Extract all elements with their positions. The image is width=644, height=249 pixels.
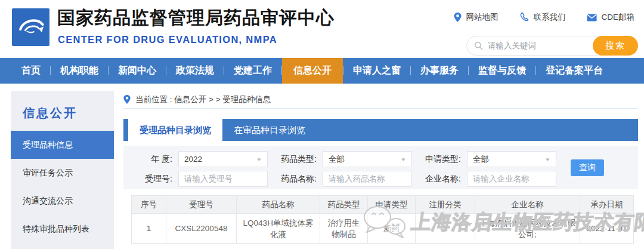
header-quick-links: 网站地图 联系我们 CDE邮箱 (454, 12, 634, 23)
col-header-acceptance-no: 受理号 (166, 196, 237, 214)
site-header: 国家药品监督管理局药品审评中心 CENTER FOR DRUG EVALUATI… (0, 0, 644, 58)
filter-row-1: 年 度: 2022 ▼ 药品类型: 全部 ▼ 申请类型: 全部 ▼ (123, 151, 638, 167)
year-select[interactable]: 2022 ▼ (178, 151, 268, 167)
cell-date: 2022-11-01 (580, 214, 634, 244)
nav-item-services[interactable]: 办事服务 (411, 58, 468, 84)
cell-seq: 1 (132, 214, 166, 244)
col-header-seq: 序号 (132, 196, 166, 214)
fish-swirl-icon (16, 12, 47, 43)
table-row: 1 CXSL2200548 LQ043H单域抗体雾化液 治疗用生物制品 新药 1… (132, 214, 634, 244)
cde-mail-link[interactable]: CDE邮箱 (587, 12, 634, 23)
sidebar-item-review-tasks[interactable]: 审评任务公示 (11, 159, 114, 187)
sidebar-item-communication[interactable]: 沟通交流公示 (11, 187, 114, 215)
phone-icon (519, 13, 529, 22)
drug-name-label: 药品名称: (268, 174, 323, 185)
cell-reg-class: 1 (416, 214, 475, 244)
sidebar-item-special-approval[interactable]: 特殊审批品种列表 (11, 215, 114, 243)
acceptance-no-label: 受理号: (123, 174, 178, 185)
tab-accepted-catalog[interactable]: 受理品种目录浏览 (128, 119, 222, 141)
col-header-drug-name: 药品名称 (237, 196, 320, 214)
nav-item-functions[interactable]: 机构职能 (51, 58, 108, 84)
sidebar-title: 信息公开 (11, 91, 114, 131)
contact-us-link[interactable]: 联系我们 (519, 12, 565, 23)
nav-item-registration-platform[interactable]: 登记备案平台 (536, 58, 612, 84)
nav-item-supervision-feedback[interactable]: 监督与反馈 (469, 58, 535, 84)
apply-type-label: 申请类型: (412, 154, 467, 165)
envelope-icon (587, 14, 597, 21)
query-button[interactable]: 查询 (571, 159, 604, 176)
nav-item-news[interactable]: 新闻中心 (109, 58, 166, 84)
tab-under-review-catalog[interactable]: 在审品种目录浏览 (222, 119, 317, 141)
site-title-english: CENTER FOR DRUG EVALUATION, NMPA (58, 34, 277, 45)
cde-mail-link-label: CDE邮箱 (601, 12, 634, 23)
nav-item-applicant-window[interactable]: 申请人之窗 (343, 58, 410, 84)
col-header-company: 企业名称 (475, 196, 580, 214)
tab-bar: 受理品种目录浏览 在审品种目录浏览 (123, 119, 638, 141)
search-icon (474, 41, 483, 50)
contact-us-link-label: 联系我们 (533, 12, 565, 23)
nav-item-info-disclosure[interactable]: 信息公开 (282, 58, 343, 84)
drug-type-label: 药品类型: (268, 154, 323, 165)
year-label: 年 度: (123, 154, 178, 165)
nav-item-home[interactable]: 首页 (12, 58, 50, 84)
content-area: 当前位置 : 信息公开 > > 受理品种信息 受理品种目录浏览 在审品种目录浏览… (123, 91, 638, 249)
main-nav: 首页 机构职能 新闻中心 政策法规 党建工作 信息公开 申请人之窗 办事服务 监… (0, 58, 644, 84)
company-name-label: 企业名称: (412, 174, 467, 185)
cell-drug-name: LQ043H单域抗体雾化液 (237, 214, 320, 244)
apply-type-select[interactable]: 全部 ▼ (467, 151, 556, 167)
drug-type-select[interactable]: 全部 ▼ (323, 151, 412, 167)
cell-apply-type: 新药 (368, 214, 416, 244)
site-title-chinese: 国家药品监督管理局药品审评中心 (57, 6, 335, 30)
cell-company: 上海洛启生物医药技术有限公司; (475, 214, 580, 244)
acceptance-no-input[interactable] (178, 171, 268, 187)
page: 国家药品监督管理局药品审评中心 CENTER FOR DRUG EVALUATI… (0, 0, 644, 249)
chevron-down-icon: ▼ (544, 156, 551, 162)
results-table-wrap: 序号 受理号 药品名称 药品类型 申请类型 注册分类 企业名称 承办日期 1 (131, 195, 638, 244)
col-header-date: 承办日期 (580, 196, 634, 214)
nav-item-policies[interactable]: 政策法规 (166, 58, 224, 84)
company-name-input[interactable] (467, 171, 556, 187)
drug-name-input[interactable] (323, 171, 412, 187)
search-button[interactable]: 搜索 (593, 36, 638, 56)
sitemap-link[interactable]: 网站地图 (454, 12, 498, 23)
sidebar: 信息公开 受理品种信息 审评任务公示 沟通交流公示 特殊审批品种列表 优先审评公… (11, 91, 114, 249)
table-header-row: 序号 受理号 药品名称 药品类型 申请类型 注册分类 企业名称 承办日期 (132, 196, 634, 214)
results-table: 序号 受理号 药品名称 药品类型 申请类型 注册分类 企业名称 承办日期 1 (131, 195, 634, 244)
filter-panel: 年 度: 2022 ▼ 药品类型: 全部 ▼ 申请类型: 全部 ▼ (123, 146, 638, 189)
year-select-value: 2022 (184, 155, 202, 164)
filter-row-2: 受理号: 药品名称: 企业名称: (123, 171, 638, 187)
breadcrumb: 当前位置 : 信息公开 > > 受理品种信息 (123, 91, 638, 109)
chevron-down-icon: ▼ (400, 156, 407, 162)
location-pin-icon (454, 13, 462, 22)
apply-type-select-value: 全部 (473, 154, 489, 165)
col-header-reg-class: 注册分类 (416, 196, 475, 214)
sidebar-item-accepted-varieties[interactable]: 受理品种信息 (11, 131, 114, 159)
sitemap-link-label: 网站地图 (466, 12, 498, 23)
cell-drug-type: 治疗用生物制品 (320, 214, 368, 244)
chevron-down-icon: ▼ (256, 156, 262, 162)
search-bar: 搜索 (466, 36, 638, 56)
location-pin-icon (123, 95, 131, 104)
breadcrumb-text: 当前位置 : 信息公开 > > 受理品种信息 (135, 94, 271, 105)
nav-item-party-building[interactable]: 党建工作 (224, 58, 281, 84)
col-header-apply-type: 申请类型 (368, 196, 416, 214)
cell-acceptance-no: CXSL2200548 (166, 214, 237, 244)
cde-logo (12, 8, 49, 46)
drug-type-select-value: 全部 (329, 154, 345, 165)
col-header-drug-type: 药品类型 (320, 196, 368, 214)
main-area: 信息公开 受理品种信息 审评任务公示 沟通交流公示 特殊审批品种列表 优先审评公… (0, 84, 644, 249)
sidebar-item-priority-review[interactable]: 优先审评公示 (11, 243, 114, 249)
